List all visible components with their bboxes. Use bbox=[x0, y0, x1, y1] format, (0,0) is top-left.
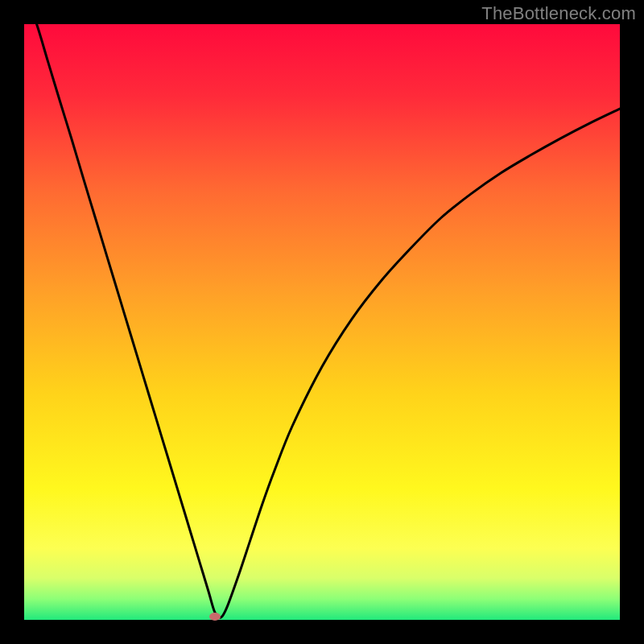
chart-frame: TheBottleneck.com bbox=[0, 0, 644, 644]
minimum-marker bbox=[209, 613, 221, 621]
bottleneck-curve bbox=[24, 24, 620, 620]
watermark-text: TheBottleneck.com bbox=[481, 3, 636, 24]
plot-area bbox=[24, 24, 620, 620]
plot-outer bbox=[24, 24, 620, 620]
